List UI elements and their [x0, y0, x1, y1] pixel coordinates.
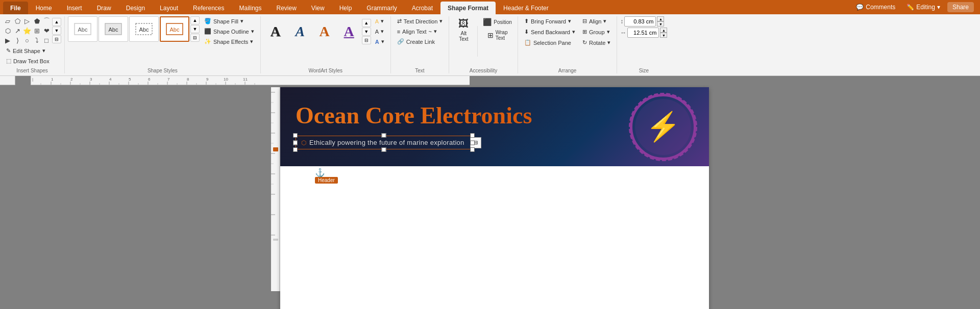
tab-file[interactable]: File: [3, 2, 28, 14]
position-button[interactable]: ⬛ Position: [480, 16, 514, 28]
shape-style-item-3[interactable]: Abc: [129, 16, 159, 42]
tab-home[interactable]: Home: [29, 2, 59, 14]
tab-help[interactable]: Help: [332, 2, 359, 14]
shape-cell-8[interactable]: ⭐: [22, 26, 32, 35]
group-icon: ⊞: [582, 29, 587, 35]
text-effects-button[interactable]: A ▾: [372, 37, 387, 46]
tab-review[interactable]: Review: [270, 2, 304, 14]
tab-header-footer[interactable]: Header & Footer: [496, 2, 556, 14]
tab-insert[interactable]: Insert: [60, 2, 89, 14]
ruler-container: | 1 2 3 4 5 6 7 8 9: [0, 76, 980, 85]
wordart-item-4[interactable]: A: [337, 20, 361, 43]
height-spin-up[interactable]: ▲: [657, 16, 664, 21]
selection-handle-ml: [293, 140, 298, 145]
shape-cell-1[interactable]: ▱: [3, 16, 12, 25]
shape-cell-12[interactable]: ⟩: [13, 36, 22, 45]
shape-cell-6[interactable]: ⬡: [3, 26, 12, 35]
selection-pane-button[interactable]: 📋 Selection Pane: [521, 38, 578, 47]
horizontal-ruler: | 1 2 3 4 5 6 7 8 9: [31, 76, 470, 85]
shape-style-item-4[interactable]: Abc: [160, 16, 189, 42]
shape-cell-15[interactable]: □: [42, 36, 51, 45]
shapes-scroll-up[interactable]: ▲: [52, 18, 61, 26]
text-direction-arrow: ▾: [439, 18, 443, 24]
alt-text-button[interactable]: 🖼 Alt Text: [452, 16, 475, 43]
shape-styles-label: Shape Styles: [68, 67, 257, 73]
draw-text-box-button[interactable]: ⬚ Draw Text Box: [3, 56, 61, 66]
wordart-scroll-up[interactable]: ▲: [362, 19, 371, 27]
wordart-item-3[interactable]: A: [313, 20, 336, 43]
selection-pane-label: Selection Pane: [533, 40, 571, 46]
comments-button[interactable]: 💬 Comments: [852, 2, 899, 12]
wrap-text-button[interactable]: ⊞ Wrap Text: [480, 28, 514, 42]
shape-styles-expand[interactable]: ⊟: [190, 34, 200, 42]
wordart-item-1[interactable]: A: [264, 20, 287, 43]
shape-effects-arrow: ▾: [250, 38, 253, 45]
editing-button[interactable]: ✏️ Editing ▾: [902, 2, 944, 12]
draw-text-box-icon: ⬚: [6, 58, 11, 64]
svg-text:Abc: Abc: [78, 27, 88, 33]
svg-rect-59: [273, 147, 278, 151]
shape-cell-9[interactable]: ⊞: [32, 26, 41, 35]
shape-style-item-2[interactable]: Abc: [99, 16, 128, 42]
text-direction-button[interactable]: ⇄ Text Direction ▾: [394, 16, 446, 26]
bring-forward-button[interactable]: ⬆ Bring Forward ▾: [521, 16, 578, 26]
logo-circle: ⚡: [630, 94, 696, 160]
align-text-button[interactable]: ≡ Align Text ~ ▾: [394, 27, 446, 36]
width-spin-down[interactable]: ▼: [660, 33, 667, 38]
shape-cell-2[interactable]: ⬠: [13, 16, 22, 25]
shape-cell-4[interactable]: ⬟: [32, 16, 41, 25]
text-effects-icon: A: [375, 39, 379, 45]
shape-styles-scroll-up[interactable]: ▲: [190, 16, 200, 24]
create-link-button[interactable]: 🔗 Create Link: [394, 37, 446, 46]
tab-shape-format[interactable]: Shape Format: [440, 2, 496, 14]
edit-shape-button[interactable]: ✎ Edit Shape ▾: [3, 46, 61, 56]
tab-view[interactable]: View: [304, 2, 332, 14]
wordart-scroll-down[interactable]: ▼: [362, 28, 371, 36]
shape-cell-13[interactable]: ○: [22, 36, 32, 45]
width-spin-up[interactable]: ▲: [660, 28, 667, 33]
text-outline-button[interactable]: A ▾: [372, 27, 387, 36]
accessibility-group-label: Accessibility: [452, 67, 514, 73]
wordart-item-2[interactable]: A: [288, 20, 312, 43]
svg-text:8: 8: [187, 77, 189, 82]
tab-acrobat[interactable]: Acrobat: [405, 2, 440, 14]
shape-cell-14[interactable]: ⤵: [32, 36, 41, 45]
text-fill-button[interactable]: A ▾: [372, 16, 387, 26]
arrange-grid: ⬆ Bring Forward ▾ ⊟ Align ▾ ⬇ Send Backw…: [521, 16, 614, 47]
shapes-scroll-down[interactable]: ▼: [52, 27, 61, 35]
shape-cell-3[interactable]: ▷: [22, 16, 32, 25]
height-input[interactable]: [624, 16, 656, 27]
share-button[interactable]: Share: [947, 2, 974, 12]
shape-cell-11[interactable]: ▶: [3, 36, 12, 45]
send-backward-button[interactable]: ⬇ Send Backward ▾: [521, 27, 578, 37]
shape-styles-scroll-down[interactable]: ▼: [190, 25, 200, 33]
shape-cell-5[interactable]: ⌒: [42, 16, 51, 25]
selection-handle-tr: [470, 133, 475, 138]
shape-effects-button[interactable]: ✨ Shape Effects ▾: [201, 37, 257, 46]
shape-cell-7[interactable]: ↗: [13, 26, 22, 35]
subtitle-selected-container[interactable]: ⬡ Ethically powering the future of marin…: [296, 136, 472, 149]
shape-cell-10[interactable]: ❤: [42, 26, 51, 35]
svg-text:2: 2: [70, 77, 73, 82]
tab-layout[interactable]: Layout: [153, 2, 185, 14]
tab-grammarly[interactable]: Grammarly: [359, 2, 404, 14]
rotate-button[interactable]: ↻ Rotate ▾: [579, 38, 614, 47]
tab-references[interactable]: References: [186, 2, 231, 14]
page-body: [280, 166, 709, 278]
group-button[interactable]: ⊞ Group ▾: [579, 27, 614, 37]
svg-text:7: 7: [167, 77, 170, 82]
tab-draw[interactable]: Draw: [90, 2, 118, 14]
width-input[interactable]: [627, 28, 659, 38]
align-button[interactable]: ⊟ Align ▾: [579, 16, 614, 26]
height-spin-down[interactable]: ▼: [657, 21, 664, 27]
wordart-expand[interactable]: ⊟: [362, 36, 371, 44]
shapes-expand[interactable]: ⊟: [52, 35, 61, 43]
tab-mailings[interactable]: Mailings: [232, 2, 268, 14]
shape-outline-button[interactable]: ⬛ Shape Outline ▾: [201, 27, 257, 36]
selection-handle-bc[interactable]: [381, 147, 386, 152]
tab-design[interactable]: Design: [119, 2, 152, 14]
shape-styles-arrows: ▲ ▼ ⊟: [190, 16, 200, 42]
shape-fill-button[interactable]: 🪣 Shape Fill ▾: [201, 16, 257, 26]
shape-style-item-1[interactable]: Abc: [68, 16, 97, 42]
svg-text:10: 10: [224, 77, 228, 82]
